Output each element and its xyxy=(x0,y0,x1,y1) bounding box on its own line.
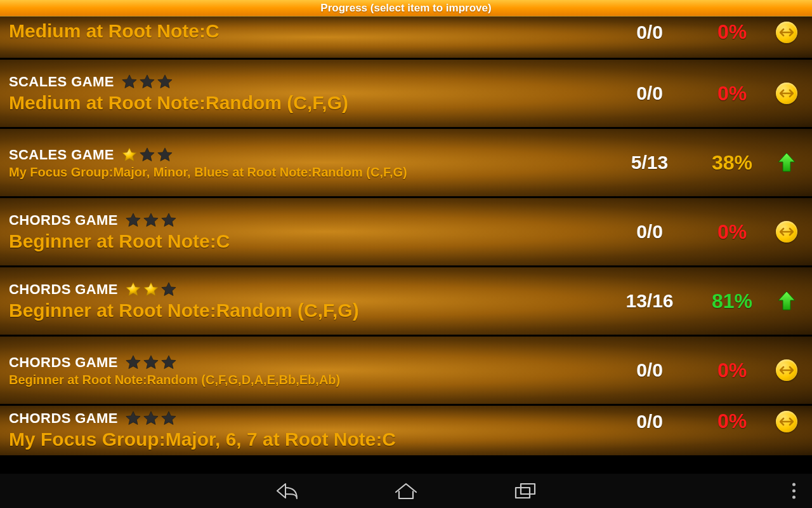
page-title: Progress (select item to improve) xyxy=(320,2,491,15)
row-stars xyxy=(124,281,178,298)
row-percent: 81% xyxy=(694,290,770,313)
row-trend xyxy=(770,152,803,173)
row-right: 0/00% xyxy=(605,359,803,382)
row-trend xyxy=(770,411,803,432)
star-icon xyxy=(142,354,160,371)
row-trend xyxy=(770,359,803,381)
row-stars xyxy=(121,146,174,164)
star-icon xyxy=(142,281,160,298)
row-score: 0/0 xyxy=(605,411,694,432)
star-icon xyxy=(156,146,174,164)
row-category-label: SCALES GAME xyxy=(9,147,114,163)
star-icon xyxy=(160,354,178,371)
row-title: My Focus Group:Major, Minor, Blues at Ro… xyxy=(9,165,605,180)
row-title: Medium at Root Note:Random (C,F,G) xyxy=(9,92,605,114)
row-percent: 0% xyxy=(694,220,770,244)
row-score: 0/0 xyxy=(605,83,694,104)
trend-flat-icon xyxy=(776,359,797,381)
row-percent: 0% xyxy=(694,20,770,44)
star-icon xyxy=(156,73,174,91)
row-score: 0/0 xyxy=(605,221,694,243)
nav-recent-button[interactable] xyxy=(510,476,540,506)
row-percent: 0% xyxy=(694,82,770,105)
row-right: 0/00% xyxy=(605,82,803,105)
row-title: Beginner at Root Note:Random (C,F,G,D,A,… xyxy=(9,373,605,387)
star-icon xyxy=(124,211,142,229)
recent-icon xyxy=(513,481,537,500)
row-score: 13/16 xyxy=(605,290,694,312)
home-icon xyxy=(393,481,419,500)
star-icon xyxy=(138,73,156,91)
row-left: CHORDS GAMEBeginner at Root Note:Random … xyxy=(9,281,605,322)
row-category-line: SCALES GAME xyxy=(9,73,605,91)
row-left: SCALES GAMEMy Focus Group:Major, Minor, … xyxy=(9,146,605,180)
progress-list[interactable]: Medium at Root Note:C0/00%SCALES GAMEMed… xyxy=(0,17,812,474)
svg-rect-0 xyxy=(516,488,530,498)
row-score: 5/13 xyxy=(605,152,694,173)
star-icon xyxy=(142,211,160,229)
row-title: My Focus Group:Major, 6, 7 at Root Note:… xyxy=(9,429,605,451)
row-percent: 38% xyxy=(694,151,770,175)
row-right: 0/00% xyxy=(605,410,803,433)
row-title: Medium at Root Note:C xyxy=(9,20,605,43)
row-stars xyxy=(124,410,178,427)
row-category-label: SCALES GAME xyxy=(9,74,114,90)
star-icon xyxy=(160,281,178,298)
star-icon xyxy=(160,211,178,229)
row-category-label: CHORDS GAME xyxy=(9,410,118,427)
progress-row[interactable]: CHORDS GAMEBeginner at Root Note:Random … xyxy=(0,337,812,406)
trend-flat-icon xyxy=(776,83,797,104)
star-icon xyxy=(138,146,156,164)
row-trend xyxy=(770,22,803,43)
row-right: 0/00% xyxy=(605,20,803,44)
progress-row[interactable]: CHORDS GAMEBeginner at Root Note:Random … xyxy=(0,267,812,337)
svg-rect-1 xyxy=(521,484,535,494)
row-category-line: CHORDS GAME xyxy=(9,354,605,371)
progress-row[interactable]: SCALES GAMEMy Focus Group:Major, Minor, … xyxy=(0,129,812,198)
row-left: CHORDS GAMEBeginner at Root Note:Random … xyxy=(9,354,605,387)
row-left: SCALES GAMEMedium at Root Note:Random (C… xyxy=(9,73,605,114)
trend-flat-icon xyxy=(776,411,797,432)
row-stars xyxy=(124,211,178,229)
progress-row[interactable]: CHORDS GAMEBeginner at Root Note:C0/00% xyxy=(0,198,812,267)
row-percent: 0% xyxy=(694,359,770,382)
menu-dot-icon xyxy=(792,483,796,486)
row-right: 0/00% xyxy=(605,220,803,244)
star-icon xyxy=(124,354,142,371)
nav-menu-button[interactable] xyxy=(792,483,796,499)
row-score: 0/0 xyxy=(605,359,694,381)
row-left: CHORDS GAMEBeginner at Root Note:C xyxy=(9,211,605,253)
row-category-label: CHORDS GAME xyxy=(9,354,118,371)
star-icon xyxy=(160,410,178,427)
row-right: 5/1338% xyxy=(605,151,803,175)
row-category-line: SCALES GAME xyxy=(9,146,605,164)
android-navbar xyxy=(0,474,812,508)
row-left: CHORDS GAMEMy Focus Group:Major, 6, 7 at… xyxy=(9,410,605,451)
star-icon xyxy=(124,410,142,427)
row-category-line: CHORDS GAME xyxy=(9,211,605,229)
row-score: 0/0 xyxy=(605,22,694,43)
star-icon xyxy=(124,281,142,298)
row-trend xyxy=(770,83,803,104)
row-percent: 0% xyxy=(694,410,770,433)
progress-row[interactable]: Medium at Root Note:C0/00% xyxy=(0,17,812,60)
star-icon xyxy=(121,73,138,91)
row-stars xyxy=(121,73,174,91)
star-icon xyxy=(142,410,160,427)
menu-dot-icon xyxy=(792,496,796,499)
row-title: Beginner at Root Note:Random (C,F,G) xyxy=(9,300,605,322)
progress-row[interactable]: CHORDS GAMEMy Focus Group:Major, 6, 7 at… xyxy=(0,406,812,455)
nav-back-button[interactable] xyxy=(272,476,302,506)
row-title: Beginner at Root Note:C xyxy=(9,231,605,253)
trend-flat-icon xyxy=(776,22,797,43)
trend-up-icon xyxy=(777,291,796,311)
titlebar: Progress (select item to improve) xyxy=(0,0,812,17)
row-right: 13/1681% xyxy=(605,290,803,313)
row-category-label: CHORDS GAME xyxy=(9,212,118,229)
progress-row[interactable]: SCALES GAMEMedium at Root Note:Random (C… xyxy=(0,60,812,129)
nav-home-button[interactable] xyxy=(391,476,421,506)
row-trend xyxy=(770,291,803,311)
row-left: Medium at Root Note:C xyxy=(9,20,605,43)
trend-up-icon xyxy=(777,152,796,173)
row-category-line: CHORDS GAME xyxy=(9,281,605,298)
